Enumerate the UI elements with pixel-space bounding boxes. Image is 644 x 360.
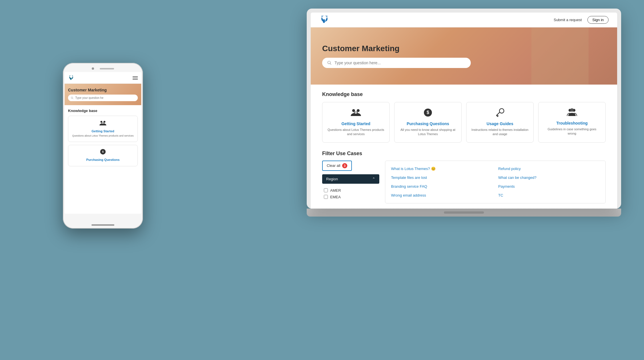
header-right: Submit a request Sign in bbox=[554, 16, 609, 24]
knowledge-base-title: Knowledge base bbox=[322, 91, 606, 97]
amer-checkbox[interactable] bbox=[324, 188, 328, 192]
hero-search-bar[interactable] bbox=[322, 58, 471, 68]
purchasing-desc: All you need to know about shopping at L… bbox=[399, 128, 457, 137]
filter-section-title: Filter Use Cases bbox=[322, 151, 606, 157]
articles-grid: What is Lotus Themes? 😊 Refund policy Te… bbox=[391, 165, 600, 199]
phone-getting-started-desc: Questions about Lotus Themes products an… bbox=[71, 134, 135, 138]
phone-kb-title: Knowledge base bbox=[68, 109, 138, 113]
hero-search-input[interactable] bbox=[334, 61, 466, 65]
article-what-changed[interactable]: What can be changed? bbox=[498, 174, 600, 181]
usage-guides-desc: Instructions related to themes installat… bbox=[471, 128, 529, 137]
filter-row: Clear all 3 Region ⌃ AMER bbox=[322, 161, 606, 203]
article-wrong-email[interactable]: Wrong email address bbox=[391, 192, 493, 199]
sign-in-button[interactable]: Sign in bbox=[587, 16, 609, 24]
laptop-base bbox=[307, 209, 621, 217]
chevron-up-icon: ⌃ bbox=[372, 177, 375, 181]
laptop-device: Submit a request Sign in Customer Market… bbox=[307, 9, 621, 231]
svg-line-12 bbox=[498, 115, 498, 116]
emea-label: EMEA bbox=[330, 195, 341, 199]
svg-line-17 bbox=[73, 98, 73, 99]
phone-hero: Customer Marketing bbox=[65, 84, 141, 105]
svg-rect-3 bbox=[357, 109, 360, 112]
phone-getting-started-title: Getting Started bbox=[71, 129, 135, 133]
svg-point-15 bbox=[570, 108, 574, 112]
phone-notch-area bbox=[65, 66, 141, 72]
article-payments[interactable]: Payments bbox=[498, 183, 600, 190]
region-dropdown[interactable]: Region ⌃ bbox=[322, 174, 379, 184]
hamburger-menu-icon[interactable] bbox=[133, 76, 138, 80]
svg-point-22 bbox=[103, 124, 104, 124]
amer-label: AMER bbox=[330, 188, 341, 193]
svg-text:$: $ bbox=[102, 150, 104, 153]
phone-home-indicator bbox=[91, 224, 114, 226]
region-option-amer[interactable]: AMER bbox=[322, 187, 379, 194]
usage-guides-title: Usage Guides bbox=[471, 121, 529, 126]
article-branding-faq[interactable]: Branding service FAQ bbox=[391, 183, 493, 190]
phone-main: Knowledge base Getting Started Q bbox=[65, 105, 141, 173]
article-tc[interactable]: TC bbox=[498, 192, 600, 199]
phone-zendesk-logo bbox=[68, 75, 74, 81]
troubleshooting-desc: Guidelines in case something goes wrong bbox=[543, 127, 601, 136]
kb-card-usage[interactable]: Usage Guides Instructions related to the… bbox=[466, 102, 534, 143]
svg-rect-2 bbox=[352, 109, 355, 112]
phone-search-bar[interactable] bbox=[68, 95, 138, 101]
phone-search-input[interactable] bbox=[75, 96, 135, 99]
people-icon bbox=[327, 108, 385, 119]
users-group-icon bbox=[543, 108, 601, 119]
phone-kb-card-purchasing[interactable]: $ Purchasing Questions bbox=[68, 145, 138, 166]
svg-point-21 bbox=[102, 124, 103, 124]
kb-card-getting-started[interactable]: Getting Started Questions about Lotus Th… bbox=[322, 102, 390, 143]
phone-speaker bbox=[100, 68, 114, 69]
kb-card-purchasing[interactable]: $ Purchasing Questions All you need to k… bbox=[394, 102, 462, 143]
clear-all-button[interactable]: Clear all 3 bbox=[322, 161, 352, 171]
kb-card-troubleshooting[interactable]: Troubleshooting Guidelines in case somet… bbox=[538, 102, 606, 143]
article-refund-policy[interactable]: Refund policy bbox=[498, 165, 600, 172]
svg-point-5 bbox=[355, 113, 356, 114]
laptop-frame: Submit a request Sign in Customer Market… bbox=[307, 9, 621, 209]
svg-text:$: $ bbox=[427, 110, 429, 115]
laptop-notch bbox=[444, 211, 484, 214]
filter-right: What is Lotus Themes? 😊 Refund policy Te… bbox=[385, 161, 606, 203]
phone-device: Customer Marketing Knowledge base bbox=[63, 63, 143, 229]
svg-rect-18 bbox=[100, 121, 102, 123]
key-icon bbox=[471, 108, 529, 119]
phone-screen: Customer Marketing Knowledge base bbox=[65, 72, 141, 214]
zendesk-logo bbox=[319, 14, 330, 26]
svg-rect-19 bbox=[103, 121, 105, 123]
region-option-emea[interactable]: EMEA bbox=[322, 194, 379, 200]
app-header: Submit a request Sign in bbox=[311, 13, 617, 27]
svg-point-9 bbox=[499, 109, 504, 113]
article-template-files[interactable]: Template files are lost bbox=[391, 174, 493, 181]
kb-cards-container: Getting Started Questions about Lotus Th… bbox=[322, 102, 606, 143]
hero-section: Customer Marketing bbox=[311, 27, 617, 85]
clear-all-label: Clear all bbox=[327, 163, 340, 168]
phone-hero-title: Customer Marketing bbox=[68, 88, 138, 92]
troubleshooting-title: Troubleshooting bbox=[543, 121, 601, 125]
phone-kb-card-getting-started[interactable]: Getting Started Questions about Lotus Th… bbox=[68, 116, 138, 142]
purchasing-title: Purchasing Questions bbox=[399, 121, 457, 126]
emea-checkbox[interactable] bbox=[324, 195, 328, 199]
svg-line-10 bbox=[497, 113, 499, 115]
region-options: AMER EMEA bbox=[322, 186, 379, 201]
phone-search-icon bbox=[71, 97, 73, 99]
phone-app-header bbox=[65, 72, 141, 84]
region-label: Region bbox=[326, 177, 338, 181]
svg-point-6 bbox=[356, 113, 357, 114]
laptop-screen: Submit a request Sign in Customer Market… bbox=[311, 13, 617, 209]
phone-people-icon bbox=[71, 120, 135, 128]
submit-request-link[interactable]: Submit a request bbox=[554, 18, 582, 22]
phone-frame: Customer Marketing Knowledge base bbox=[63, 63, 143, 229]
phone-purchasing-title: Purchasing Questions bbox=[71, 158, 135, 161]
getting-started-title: Getting Started bbox=[327, 121, 385, 126]
filter-badge: 3 bbox=[342, 163, 347, 168]
filter-left: Clear all 3 Region ⌃ AMER bbox=[322, 161, 379, 203]
phone-camera bbox=[92, 67, 94, 70]
getting-started-desc: Questions about Lotus Themes products an… bbox=[327, 128, 385, 137]
hero-title: Customer Marketing bbox=[322, 44, 606, 53]
article-lotus-themes[interactable]: What is Lotus Themes? 😊 bbox=[391, 165, 493, 172]
search-icon bbox=[327, 61, 332, 65]
main-content: Knowledge base bbox=[311, 85, 617, 209]
phone-dollar-icon: $ bbox=[71, 149, 135, 156]
svg-line-1 bbox=[330, 63, 331, 64]
dollar-circle-icon: $ bbox=[399, 108, 457, 119]
